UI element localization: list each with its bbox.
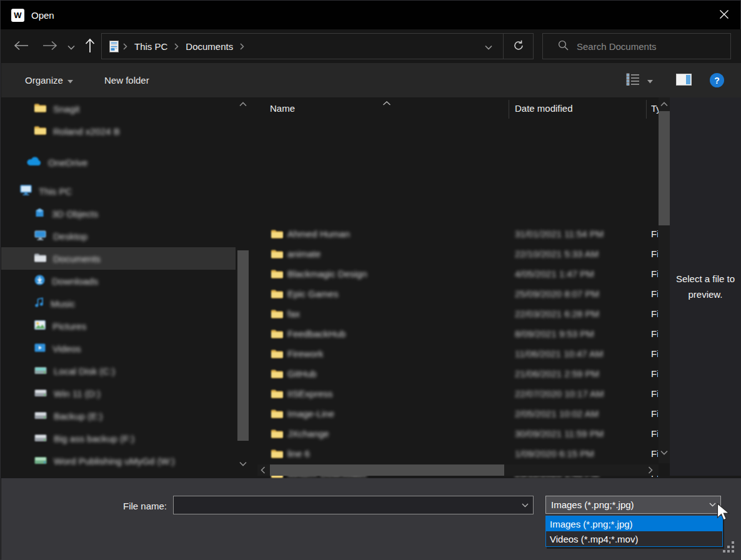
recent-locations-button[interactable] [65,38,77,54]
search-input[interactable] [577,41,720,52]
desktop-icon [34,230,46,242]
sidebar-item-roland-x2024-b[interactable]: Roland x2024 B [1,120,236,142]
search-box[interactable] [542,33,731,59]
sidebar-item-music[interactable]: Music [1,292,236,315]
file-type-option-images[interactable]: Images (*.png;*.jpg) [546,516,722,531]
file-name-input[interactable] [174,500,517,511]
folder-icon [271,389,283,400]
drive-icon [34,388,47,399]
file-row[interactable]: Epic Games25/09/2020 8:07 PMFile folder [257,283,659,303]
sidebar-item-local-disk-c-[interactable]: Local Disk (C:) [1,360,236,382]
music-icon [34,297,44,310]
file-date-modified: 25/09/2020 8:07 PM [515,288,599,299]
file-name: FeedbackHub [287,328,346,339]
sidebar-item-win-11-d-[interactable]: Win 11 (D:) [1,382,236,405]
change-view-dropdown[interactable] [647,63,653,97]
file-type-options-list: Images (*.png;*.jpg)Videos (*.mp4;*.mov) [545,516,723,547]
close-button[interactable] [708,1,740,29]
word-document-icon [109,41,119,52]
chevron-down-icon [67,41,75,52]
sidebar-item-word-publishing-umygd-w-[interactable]: Word Publishing uMyGd (W:) [1,449,236,472]
preview-message: Select a file to preview. [674,271,737,303]
file-date-modified: 22/03/2021 6:28 PM [515,308,599,319]
file-row[interactable]: animate22/10/2021 5:33 AMFile folder [257,243,659,263]
file-row[interactable]: line 61/09/2020 6:15 PMFile folder [257,443,659,463]
breadcrumb-item-documents[interactable]: Documents [183,40,236,53]
preview-pane-button[interactable] [676,63,692,97]
sidebar-item-this-pc[interactable]: This PC [1,180,236,202]
scroll-down-icon[interactable] [659,447,670,458]
breadcrumb-item-this-pc[interactable]: This PC [132,40,170,53]
scroll-up-icon[interactable] [236,99,250,110]
sidebar-item-pictures[interactable]: Pictures [1,315,236,337]
sidebar-scrollbar[interactable] [236,97,250,478]
column-header-name[interactable]: Name [270,103,295,114]
file-name: GitHub [287,368,317,379]
drive-icon [34,411,47,421]
file-row[interactable]: IISExpress22/07/2020 10:17 AMFile folder [257,383,659,403]
horizontal-scrollbar-thumb[interactable] [270,464,504,476]
sidebar-item-label: Music [51,298,75,309]
file-row[interactable]: Image-Line2/05/2021 10:02 AMFile folder [257,403,659,423]
chevron-down-icon [647,75,653,86]
file-row[interactable]: Firework11/06/2021 10:47 AMFile folder [257,343,659,363]
file-date-modified: 1/09/2020 6:15 PM [515,448,594,459]
file-row[interactable]: Ahmed Human31/01/2021 11:54 PMFile folde… [257,224,659,243]
title-bar: W Open [1,1,740,29]
new-folder-button[interactable]: New folder [104,63,149,97]
file-list-scrollbar[interactable] [659,97,670,463]
sidebar-item-label: Documents [53,253,101,264]
sidebar-item-desktop[interactable]: Desktop [1,225,236,247]
file-type-option-videos[interactable]: Videos (*.mp4;*.mov) [546,531,722,546]
folder-icon [34,103,46,114]
breadcrumb-dropdown-button[interactable] [474,34,503,59]
back-button[interactable] [12,38,30,54]
folder-icon [271,429,283,440]
file-row[interactable]: JXchange30/09/2021 11:59 PMFile folder [257,423,659,443]
file-type-dropdown[interactable]: Images (*.png;*.jpg) [545,496,721,514]
change-view-button[interactable] [626,63,640,97]
forward-button[interactable] [41,38,59,54]
file-date-modified: 22/10/2021 5:33 AM [515,248,599,259]
file-row[interactable]: GitHub21/06/2021 2:59 PMFile folder [257,363,659,383]
chevron-down-icon [67,75,73,86]
sidebar-item-videos[interactable]: Videos [1,337,236,360]
chevron-down-icon[interactable] [517,503,533,508]
sidebar-item-backup-e-[interactable]: Backup (E:) [1,405,236,427]
organize-button[interactable]: Organize [25,63,73,97]
scroll-right-icon[interactable] [645,464,656,476]
sidebar-item-big-ass-backup-f-[interactable]: Big ass backup (F:) [1,427,236,449]
sidebar-item-label: Big ass backup (F:) [54,433,134,444]
resize-grip-icon[interactable] [723,541,734,554]
file-list-scrollbar-thumb[interactable] [659,111,670,225]
folder-icon [271,369,283,380]
file-name: Ahmed Human [287,228,350,239]
file-name-combo[interactable] [173,496,534,514]
file-date-modified: 22/07/2020 10:17 AM [515,388,604,399]
scroll-down-icon[interactable] [236,458,250,469]
breadcrumb[interactable]: This PCDocuments [101,33,534,59]
scroll-up-icon[interactable] [659,99,670,110]
column-header-date-modified[interactable]: Date modified [515,103,573,114]
file-name: line 6 [287,448,310,459]
sidebar-scrollbar-thumb[interactable] [237,250,249,441]
sidebar-item-snagit[interactable]: Snagit [1,97,236,120]
file-row[interactable]: FeedbackHub8/09/2021 9:53 PMFile folder [257,323,659,343]
file-date-modified: 8/09/2021 9:53 PM [515,328,594,339]
up-arrow-icon [85,38,95,55]
file-list-horizontal-scrollbar[interactable] [257,464,659,476]
sidebar-item-label: Pictures [52,321,86,332]
sidebar-item-onedrive[interactable]: OneDrive [1,151,236,174]
sidebar-item-downloads[interactable]: Downloads [1,270,236,292]
up-button[interactable] [82,38,97,54]
scroll-left-icon[interactable] [257,464,269,476]
sidebar-item-3d-objects[interactable]: 3D Objects [1,202,236,225]
file-row[interactable]: Blackmagic Design4/05/2021 1:47 PMFile f… [257,263,659,283]
help-button[interactable]: ? [710,63,724,97]
navigation-bar: This PCDocuments [1,29,741,63]
file-date-modified: 30/09/2021 11:59 PM [515,428,604,439]
sidebar-item-documents[interactable]: Documents [1,247,236,270]
drive-green-icon [34,456,47,466]
refresh-button[interactable] [503,34,533,59]
file-row[interactable]: fax22/03/2021 6:28 PMFile folder [257,303,659,323]
